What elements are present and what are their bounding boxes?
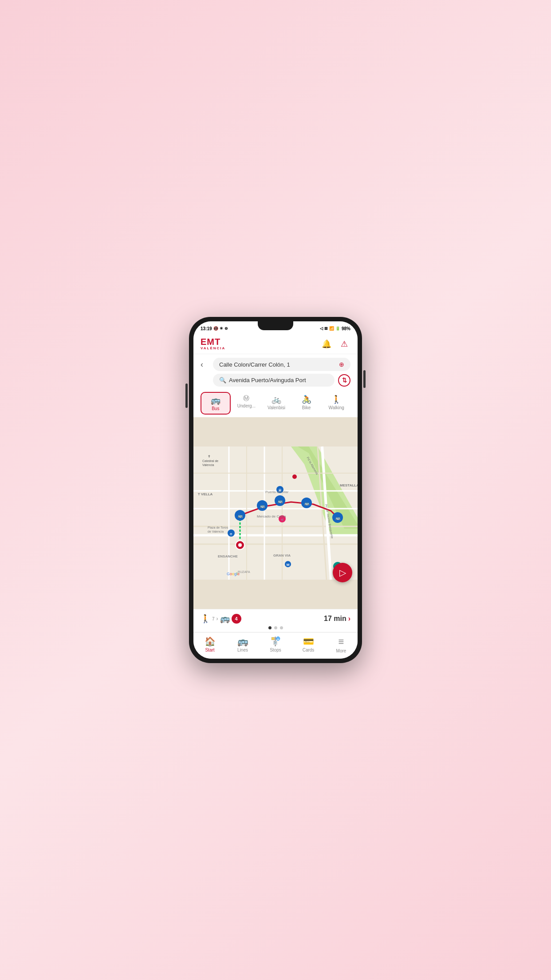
data-icon: ⊠ (324, 326, 328, 331)
valenbisi-tab-icon: 🚲 (272, 395, 281, 404)
bus-number-badge: 4 (232, 614, 241, 624)
emt-logo: EMT VALÈNCIA (201, 337, 225, 350)
stops-nav-label: Stops (270, 648, 281, 652)
cards-nav-icon: 💳 (303, 636, 314, 647)
dot-3[interactable] (280, 626, 283, 629)
bike-tab-icon: 🚴 (302, 395, 311, 404)
phone-screen: 13:19 📵 ✳ ⊜ ◁ ⊠ 📶 🔋 98% EMT VALÈNCIA 🔔 ⚠ (193, 321, 358, 659)
status-time: 13:19 (201, 326, 212, 331)
svg-text:Valencia: Valencia (202, 463, 214, 466)
nfc-icon: ⊜ (224, 326, 228, 331)
walking-tab-icon: 🚶 (331, 395, 341, 404)
nav-start[interactable]: 🏠 Start (193, 635, 226, 654)
walking-tab-label: Walking (329, 405, 344, 410)
tab-walking[interactable]: 🚶 Walking (322, 392, 350, 415)
origin-value: Calle Colon/Carrer Colón, 1 (219, 361, 290, 368)
search-area: ‹ Calle Colon/Carrer Colón, 1 ⊕ 🔍 Avenid… (193, 354, 358, 389)
nav-lines[interactable]: 🚌 Lines (226, 635, 259, 654)
walk-steps: 7 (212, 616, 215, 621)
map-area[interactable]: 🚌 🚌 🚌 🚌 🚌 (193, 417, 358, 609)
bus-tab-label: Bus (212, 406, 219, 411)
svg-text:🚌: 🚌 (335, 515, 341, 521)
svg-text:Puerta del Mar: Puerta del Mar (265, 490, 289, 494)
tab-bike[interactable]: 🚴 Bike (292, 392, 321, 415)
phone-notch (258, 321, 293, 330)
svg-text:🚌: 🚌 (260, 503, 265, 509)
dot-2[interactable] (274, 626, 277, 629)
location-icon: ◁ (320, 326, 323, 331)
status-left: 13:19 📵 ✳ ⊜ (201, 326, 228, 331)
tab-underground[interactable]: Ⓜ Underg... (232, 392, 261, 415)
underground-tab-label: Underg... (237, 403, 256, 408)
bluetooth-icon: ✳ (220, 326, 223, 331)
lines-nav-label: Lines (237, 648, 248, 652)
route-time[interactable]: 17 min › (324, 615, 350, 623)
swap-direction-button[interactable]: ⇅ (338, 374, 350, 387)
phone-frame: 13:19 📵 ✳ ⊜ ◁ ⊠ 📶 🔋 98% EMT VALÈNCIA 🔔 ⚠ (189, 317, 362, 663)
start-nav-label: Start (205, 648, 214, 652)
route-info: 🚶 7 › 🚌 4 17 min › (201, 614, 350, 624)
svg-point-28 (292, 474, 297, 479)
svg-text:🛒: 🛒 (281, 518, 284, 522)
step-arrow: › (216, 616, 218, 622)
warning-button[interactable]: ⚠ (338, 338, 350, 350)
battery-icon: 🔋 (335, 326, 340, 331)
svg-text:M: M (287, 563, 290, 567)
svg-text:Google: Google (227, 572, 240, 576)
status-right: ◁ ⊠ 📶 🔋 98% (320, 326, 350, 331)
valencia-text: VALÈNCIA (201, 346, 225, 350)
back-button[interactable]: ‹ (201, 360, 209, 369)
svg-text:Catedral de: Catedral de (202, 459, 218, 462)
search-magnifier-icon: 🔍 (219, 377, 226, 383)
svg-text:de Valencia: de Valencia (208, 530, 224, 533)
svg-text:Plaza de Toros: Plaza de Toros (208, 526, 228, 529)
route-steps: 🚶 7 › 🚌 4 (201, 614, 241, 624)
svg-text:T VELLA: T VELLA (198, 492, 213, 496)
transport-tabs: 🚌 Bus Ⓜ Underg... 🚲 Valenbisi 🚴 Bike 🚶 W… (193, 389, 358, 417)
bus-route-icon: 🚌 (220, 614, 230, 624)
notification-bell-button[interactable]: 🔔 (320, 338, 333, 350)
power-button[interactable] (185, 383, 188, 408)
battery-percent: 98% (342, 326, 350, 331)
svg-text:ENSANCHE: ENSANCHE (218, 554, 238, 558)
svg-text:Mercado de Colón: Mercado de Colón (257, 514, 286, 518)
bottom-navigation: 🏠 Start 🚌 Lines 🚏 Stops 💳 Cards ≡ More (193, 632, 358, 659)
origin-input[interactable]: Calle Colon/Carrer Colón, 1 ⊕ (213, 358, 350, 371)
underground-tab-icon: Ⓜ (243, 395, 249, 403)
destination-value: Avenida Puerto/Avinguda Port (229, 377, 306, 383)
dot-1[interactable] (268, 626, 272, 629)
svg-text:MESTALLA: MESTALLA (340, 483, 358, 487)
svg-text:RUZAFA: RUZAFA (238, 570, 250, 573)
valenbisi-tab-label: Valenbisi (268, 405, 285, 410)
walk-icon: 🚶 (201, 614, 210, 624)
svg-text:🚌: 🚌 (238, 513, 243, 518)
time-value: 17 min (324, 615, 346, 623)
destination-row: 🔍 Avenida Puerto/Avinguda Port ⇅ (213, 374, 350, 387)
nav-stops[interactable]: 🚏 Stops (259, 635, 292, 654)
svg-text:🚌: 🚌 (304, 501, 310, 506)
route-summary: 🚶 7 › 🚌 4 17 min › (193, 609, 358, 632)
gps-icon[interactable]: ⊕ (339, 361, 344, 368)
stops-nav-icon: 🚏 (270, 636, 281, 647)
expand-route-icon[interactable]: › (348, 615, 350, 623)
tab-bus[interactable]: 🚌 Bus (201, 392, 231, 415)
destination-input[interactable]: 🔍 Avenida Puerto/Avinguda Port (213, 374, 335, 387)
start-nav-icon: 🏠 (205, 636, 216, 647)
svg-text:🚌: 🚌 (278, 498, 283, 504)
app-header: EMT VALÈNCIA 🔔 ⚠ (193, 334, 358, 354)
location-button[interactable]: ▷ (333, 563, 352, 582)
nav-cards[interactable]: 💳 Cards (292, 635, 325, 654)
svg-text:✝: ✝ (208, 454, 211, 458)
wifi-icon: 📶 (329, 326, 334, 331)
pagination-dots (201, 626, 350, 629)
bus-tab-icon: 🚌 (211, 395, 220, 405)
nav-more[interactable]: ≡ More (325, 635, 358, 654)
bike-tab-label: Bike (302, 405, 311, 410)
svg-text:🏟: 🏟 (230, 533, 232, 535)
svg-text:GRAN VIA: GRAN VIA (273, 553, 291, 557)
cards-nav-label: Cards (303, 648, 315, 652)
volume-button[interactable] (363, 370, 366, 388)
lines-nav-icon: 🚌 (237, 636, 248, 647)
map-svg: 🚌 🚌 🚌 🚌 🚌 (193, 417, 358, 609)
tab-valenbisi[interactable]: 🚲 Valenbisi (262, 392, 291, 415)
